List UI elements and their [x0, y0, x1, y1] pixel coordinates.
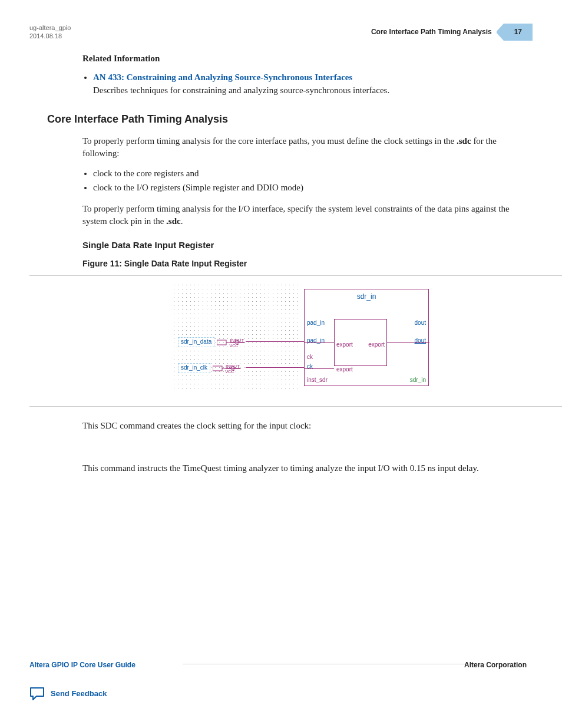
page-number-badge: 17 [504, 24, 533, 41]
post-fig-p2: This command instructs the TimeQuest tim… [82, 462, 521, 475]
footer-corp: Altera Corporation [464, 660, 533, 670]
inst-label: inst_sdr [307, 376, 328, 385]
pin-symbol-icon: INPUT VCC [213, 364, 241, 373]
list-item: clock to the core registers and [93, 167, 521, 180]
page-footer: Altera GPIO IP Core User Guide Altera Co… [29, 664, 533, 701]
port-dout-outer: dout [415, 319, 426, 328]
doc-meta: ug-altera_gpio 2014.08.18 [29, 24, 71, 41]
inst-type: sdr_in [410, 376, 426, 385]
para2-bold: .sdc [166, 216, 181, 226]
port-dout-inner-label: dout [415, 337, 426, 345]
related-info-list: AN 433: Constraining and Analyzing Sourc… [82, 71, 521, 97]
block-title: sdr_in [305, 289, 428, 302]
page-header: ug-altera_gpio 2014.08.18 Core Interface… [29, 24, 533, 41]
svg-rect-2 [213, 366, 222, 371]
send-feedback-link[interactable]: Send Feedback [29, 687, 533, 701]
port-pad-in-outer: pad_in [307, 319, 325, 328]
port-export: export [336, 365, 353, 374]
related-info-heading: Related Information [82, 52, 521, 65]
para2: To properly perform timing analysis for … [82, 203, 521, 229]
vcc-label: VCC [225, 369, 234, 375]
doc-date: 2014.08.18 [29, 32, 71, 40]
header-section-title: Core Interface Path Timing Analysis [371, 27, 492, 37]
content-area: Related Information AN 433: Constraining… [29, 52, 533, 475]
inner-block: export export export [334, 319, 387, 366]
clock-bullet-list: clock to the core registers and clock to… [82, 167, 521, 195]
port-pad-in-inner-label: pad_in [307, 337, 325, 345]
pin-clk-row: sdr_in_clk INPUT VCC [178, 363, 241, 373]
doc-id: ug-altera_gpio [29, 24, 71, 32]
figure-caption: Figure 11: Single Data Rate Input Regist… [82, 258, 521, 269]
list-item: clock to the I/O registers (Simple regis… [93, 182, 521, 195]
intro-pre: To properly perform timing analysis for … [82, 136, 457, 146]
para2-pre: To properly perform timing analysis for … [82, 204, 510, 226]
sdr-in-block: sdr_in pad_in pad_in ck ck dout dout exp… [304, 289, 429, 386]
wire [246, 341, 304, 342]
pin-data-row: sdr_in_data INPUT VCC [178, 337, 245, 347]
header-right: Core Interface Path Timing Analysis 17 [371, 24, 533, 41]
port-ck-outer: ck [307, 363, 313, 371]
post-fig-p1: This SDC command creates the clock setti… [82, 420, 521, 433]
related-info-link[interactable]: AN 433: Constraining and Analyzing Sourc… [93, 73, 352, 82]
feedback-label: Send Feedback [51, 689, 107, 700]
port-export: export [336, 341, 353, 350]
pin-data-label: sdr_in_data [178, 337, 214, 347]
para2-post: . [181, 216, 183, 226]
diagram: sdr_in_data INPUT VCC sdr_in_clk [172, 283, 431, 395]
section-heading: Core Interface Path Timing Analysis [47, 111, 521, 127]
vcc-label: VCC [229, 343, 238, 349]
wire [305, 368, 334, 369]
intro-bold: .sdc [457, 136, 471, 146]
feedback-icon [29, 687, 45, 701]
intro-paragraph: To properly perform timing analysis for … [82, 135, 521, 161]
related-info-desc: Describes techniques for constraining an… [93, 85, 389, 95]
pin-symbol-icon: INPUT VCC [217, 338, 245, 347]
pin-clk-label: sdr_in_clk [178, 363, 210, 373]
port-export: export [368, 341, 385, 350]
related-info-item: AN 433: Constraining and Analyzing Sourc… [93, 71, 521, 97]
wire [387, 342, 429, 343]
subsection-heading: Single Data Rate Input Register [82, 239, 521, 252]
wire [305, 342, 334, 343]
figure-frame: sdr_in_data INPUT VCC sdr_in_clk [29, 275, 562, 407]
footer-guide-link[interactable]: Altera GPIO IP Core User Guide [29, 660, 135, 670]
wire [246, 367, 304, 368]
port-ck-inner-label: ck [307, 353, 313, 362]
svg-rect-0 [217, 340, 226, 345]
